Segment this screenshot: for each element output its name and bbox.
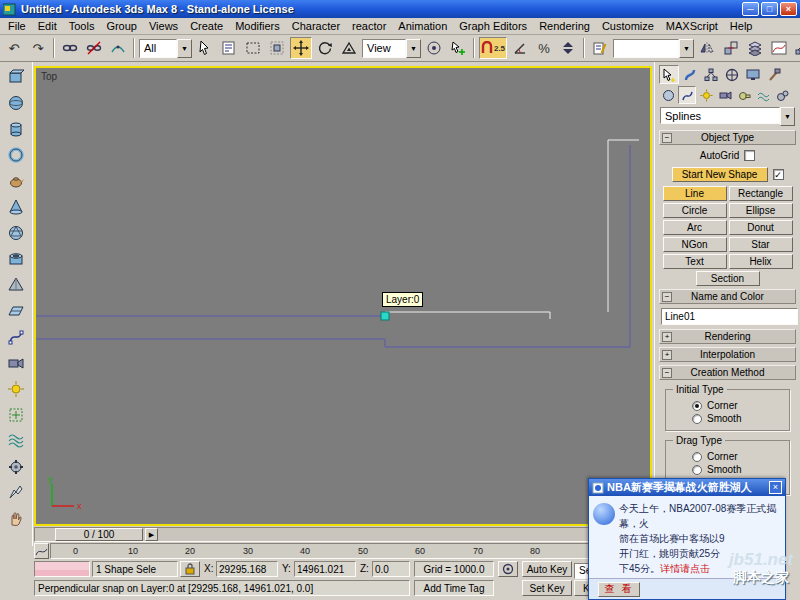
spline-tool-button[interactable] [3, 324, 29, 350]
set-key-button[interactable]: Set Key [522, 580, 572, 596]
circle-button[interactable]: Circle [663, 203, 727, 218]
system-tool-button[interactable] [3, 454, 29, 480]
subtab-systems[interactable] [773, 86, 791, 104]
rollout-name-color[interactable]: − Name and Color [659, 289, 796, 304]
menu-modifiers[interactable]: Modifiers [229, 19, 286, 33]
start-new-shape-button[interactable]: Start New Shape [672, 167, 768, 182]
torus-tool-button[interactable] [3, 142, 29, 168]
bind-to-spacewarp-button[interactable] [107, 37, 129, 59]
collapse-icon[interactable]: − [662, 292, 672, 302]
selection-lock-button[interactable] [180, 561, 200, 577]
minimize-icon[interactable]: ─ [742, 2, 759, 16]
tab-display[interactable] [743, 65, 763, 84]
snap-toggle-button[interactable]: 2.5 [479, 37, 507, 59]
auto-key-button[interactable]: Auto Key [522, 561, 572, 577]
start-new-shape-checkbox[interactable] [773, 169, 784, 180]
rectangle-button[interactable]: Rectangle [729, 186, 793, 201]
menu-animation[interactable]: Animation [392, 19, 453, 33]
window-crossing-button[interactable] [266, 37, 288, 59]
time-slider-button[interactable]: 0 / 100 [55, 528, 143, 541]
menu-customize[interactable]: Customize [596, 19, 660, 33]
select-and-manipulate-button[interactable] [447, 37, 469, 59]
ngon-button[interactable]: NGon [663, 237, 727, 252]
select-object-button[interactable] [194, 37, 216, 59]
named-selection-set-dropdown[interactable]: ▼ [613, 39, 694, 58]
geosphere-tool-button[interactable] [3, 220, 29, 246]
dropdown-arrow-icon[interactable]: ▼ [780, 107, 795, 126]
object-name-field[interactable] [661, 308, 798, 325]
bones-tool-button[interactable] [3, 480, 29, 506]
tube-tool-button[interactable] [3, 246, 29, 272]
subtab-helpers[interactable] [735, 86, 753, 104]
collapse-icon[interactable]: − [662, 133, 672, 143]
tab-motion[interactable] [722, 65, 742, 84]
rollout-rendering[interactable]: + Rendering [659, 329, 796, 344]
teapot-tool-button[interactable] [3, 168, 29, 194]
subtab-spacewarps[interactable] [754, 86, 772, 104]
dropdown-arrow-icon[interactable]: ▼ [406, 39, 421, 58]
schematic-view-button[interactable] [792, 37, 800, 59]
radio-icon[interactable] [692, 401, 702, 411]
select-and-link-button[interactable] [59, 37, 81, 59]
title-bar[interactable]: Untitled - Autodesk 3ds Max 8 - Stand-al… [0, 0, 800, 18]
coordinate-system-dropdown[interactable]: View ▼ [362, 39, 421, 58]
add-time-tag-field[interactable]: Add Time Tag [414, 580, 494, 596]
menu-file[interactable]: File [2, 19, 32, 33]
curve-editor-button[interactable] [768, 37, 790, 59]
select-and-move-button[interactable] [290, 37, 312, 59]
percent-snap-button[interactable]: % [533, 37, 555, 59]
menu-rendering[interactable]: Rendering [533, 19, 596, 33]
align-button[interactable] [720, 37, 742, 59]
expand-icon[interactable]: + [662, 350, 672, 360]
select-by-name-button[interactable] [218, 37, 240, 59]
line-button[interactable]: Line [663, 186, 727, 201]
x-coordinate-field[interactable] [216, 561, 278, 577]
select-and-scale-button[interactable] [338, 37, 360, 59]
maximize-icon[interactable]: □ [761, 2, 778, 16]
initial-smooth-option[interactable]: Smooth [692, 413, 785, 424]
ellipse-button[interactable]: Ellipse [729, 203, 793, 218]
dropdown-arrow-icon[interactable]: ▼ [679, 39, 694, 58]
text-button[interactable]: Text [663, 254, 727, 269]
menu-maxscript[interactable]: MAXScript [660, 19, 724, 33]
menu-reactor[interactable]: reactor [346, 19, 392, 33]
tab-modify[interactable] [680, 65, 700, 84]
menu-views[interactable]: Views [143, 19, 184, 33]
selection-filter-dropdown[interactable]: All ▼ [139, 39, 192, 58]
close-icon[interactable]: × [780, 2, 797, 16]
viewport-top[interactable]: Top y x Layer:0 [34, 66, 652, 526]
pan-tool-button[interactable] [3, 506, 29, 532]
camera-tool-button[interactable] [3, 350, 29, 376]
y-coordinate-field[interactable] [294, 561, 356, 577]
cone-tool-button[interactable] [3, 194, 29, 220]
mirror-button[interactable] [696, 37, 718, 59]
mini-curve-editor-button[interactable] [34, 543, 49, 559]
undo-button[interactable]: ↶ [3, 37, 25, 59]
offset-mode-button[interactable] [498, 561, 518, 577]
use-pivot-center-button[interactable] [423, 37, 445, 59]
tab-hierarchy[interactable] [701, 65, 721, 84]
radio-icon[interactable] [692, 414, 702, 424]
news-detail-link[interactable]: 详情请点击 [660, 563, 710, 574]
subtab-shapes[interactable] [678, 86, 696, 104]
maxscript-mini-listener[interactable] [34, 561, 90, 577]
plane-tool-button[interactable] [3, 298, 29, 324]
subtab-geometry[interactable] [659, 86, 677, 104]
time-slider-track[interactable]: 0 / 100 ▶ [34, 527, 654, 542]
rollout-object-type[interactable]: − Object Type [659, 130, 796, 145]
z-coordinate-field[interactable] [372, 561, 410, 577]
menu-tools[interactable]: Tools [63, 19, 101, 33]
radio-icon[interactable] [692, 452, 702, 462]
light-tool-button[interactable] [3, 376, 29, 402]
unlink-button[interactable] [83, 37, 105, 59]
edit-named-selections-button[interactable] [589, 37, 611, 59]
track-bar-ruler[interactable]: 0 10 20 30 40 50 60 70 80 90 [50, 543, 654, 559]
select-and-rotate-button[interactable] [314, 37, 336, 59]
selection-region-button[interactable] [242, 37, 264, 59]
autogrid-checkbox[interactable] [744, 150, 755, 161]
pyramid-tool-button[interactable] [3, 272, 29, 298]
subtab-cameras[interactable] [716, 86, 734, 104]
helper-tool-button[interactable] [3, 402, 29, 428]
menu-graph-editors[interactable]: Graph Editors [453, 19, 533, 33]
box-tool-button[interactable] [3, 64, 29, 90]
